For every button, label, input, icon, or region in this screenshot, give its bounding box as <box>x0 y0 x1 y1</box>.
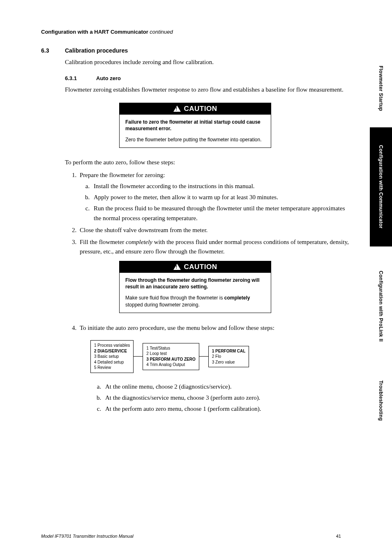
caution-text: Zero the flowmeter before putting the fl… <box>125 136 265 143</box>
steps-intro: To perform the auto zero, follow these s… <box>65 158 349 167</box>
step-4c: At the perform auto zero menu, choose 1 … <box>103 404 349 414</box>
step-4: To initiate the auto zero procedure, use… <box>78 323 349 333</box>
subsection-number: 6.3.1 <box>65 75 85 81</box>
warning-icon <box>173 264 181 270</box>
menu-item: 4 Trim Analog Output <box>146 362 195 368</box>
step-list: Prepare the flowmeter for zeroing: Insta… <box>78 170 349 257</box>
caution-body: Flow through the flowmeter during flowme… <box>120 273 271 313</box>
menu-box-online: 1 Process variables 2 DIAG/SERVICE 3 Bas… <box>90 340 134 373</box>
menu-item: 4 Detailed setup <box>94 359 130 365</box>
warning-icon <box>173 106 181 112</box>
menu-item: 1 Test/Status <box>146 345 195 351</box>
caution-heading-text: CAUTION <box>184 105 217 113</box>
step-3-em: completely <box>126 239 152 245</box>
menu-box-diag: 1 Test/Status 2 Loop test 3 PERFORM AUTO… <box>143 343 199 370</box>
menu-item: 5 Review <box>94 365 130 371</box>
section-heading-row: 6.3 Calibration procedures <box>41 47 349 54</box>
menu-item: 2 Flo <box>212 354 246 359</box>
subsection-title: Auto zero <box>96 75 121 81</box>
tab-flowmeter-startup[interactable]: Flowmeter Startup <box>370 53 392 123</box>
menu-item-selected: 3 PERFORM AUTO ZERO <box>146 357 195 362</box>
step-2: Close the shutoff valve downstream from … <box>78 226 349 235</box>
menu-connector <box>199 356 208 357</box>
step-3: Fill the flowmeter completely with the p… <box>78 237 349 257</box>
page-footer: Model IFT9701 Transmitter Instruction Ma… <box>41 534 341 539</box>
step-1c: Run the process fluid to be measured thr… <box>91 204 349 223</box>
running-continued: continued <box>150 29 173 35</box>
caution-box-2: CAUTION Flow through the flowmeter durin… <box>119 261 271 313</box>
menu-item: 2 Loop test <box>146 351 195 357</box>
tab-label: Troubleshooting <box>378 380 384 421</box>
side-tabs: Flowmeter Startup Configuration with Com… <box>370 0 392 555</box>
menu-connector <box>134 356 143 357</box>
section-title: Calibration procedures <box>65 47 128 54</box>
step-4b: At the diagnostics/service menu, choose … <box>103 393 349 403</box>
tab-label: Configuration with Communicator <box>378 145 384 228</box>
caution-header: CAUTION <box>120 103 271 115</box>
subsection-heading-row: 6.3.1 Auto zero <box>65 75 349 81</box>
caution-header: CAUTION <box>120 261 271 273</box>
page-number: 41 <box>336 534 341 539</box>
subsection-intro: Flowmeter zeroing establishes flowmeter … <box>65 85 349 94</box>
caution-body: Failure to zero the flowmeter at initial… <box>120 115 271 147</box>
menu-item: 3 Basic setup <box>94 354 130 359</box>
caution-box-1: CAUTION Failure to zero the flowmeter at… <box>119 103 271 148</box>
menu-item: 3 Zero value <box>212 359 246 365</box>
running-header: Configuration with a HART Communicator c… <box>41 29 349 35</box>
step-1: Prepare the flowmeter for zeroing: Insta… <box>78 170 349 223</box>
section-number: 6.3 <box>41 47 53 54</box>
tab-config-communicator[interactable]: Configuration with Communicator <box>370 127 392 246</box>
step-list-continued: To initiate the auto zero procedure, use… <box>78 323 349 333</box>
step-4a: At the online menu, choose 2 (diagnostic… <box>103 382 349 391</box>
tab-label: Flowmeter Startup <box>378 66 384 111</box>
caution-heading-text: CAUTION <box>184 263 217 271</box>
caution-bold-text: Failure to zero the flowmeter at initial… <box>125 119 265 133</box>
tab-config-prolink[interactable]: Configuration with ProLink II <box>370 251 392 362</box>
step-1b: Apply power to the meter, then allow it … <box>91 193 349 202</box>
caution-text: Make sure fluid flow through the flowmet… <box>125 295 265 309</box>
menu-box-autozero: 1 PERFORM CAL 2 Flo 3 Zero value <box>208 346 249 368</box>
tab-troubleshooting[interactable]: Troubleshooting <box>370 366 392 435</box>
step-1a: Install the flowmeter according to the i… <box>91 182 349 191</box>
step-1-text: Prepare the flowmeter for zeroing: <box>80 172 165 178</box>
menu-item-selected: 1 PERFORM CAL <box>212 348 246 354</box>
tab-label: Configuration with ProLink II <box>378 271 384 342</box>
running-title: Configuration with a HART Communicator <box>41 29 148 35</box>
step-4-substeps: At the online menu, choose 2 (diagnostic… <box>103 382 349 414</box>
step-3-pre: Fill the flowmeter <box>80 239 126 245</box>
footer-title: Model IFT9701 Transmitter Instruction Ma… <box>41 534 134 539</box>
menu-item-selected: 2 DIAG/SERVICE <box>94 348 130 354</box>
caution-bold-text: Flow through the flowmeter during flowme… <box>125 277 265 291</box>
menu-navigation-diagram: 1 Process variables 2 DIAG/SERVICE 3 Bas… <box>90 340 349 373</box>
step-1-substeps: Install the flowmeter according to the i… <box>91 182 349 223</box>
section-intro: Calibration procedures include zeroing a… <box>65 58 349 67</box>
menu-item: 1 Process variables <box>94 343 130 348</box>
